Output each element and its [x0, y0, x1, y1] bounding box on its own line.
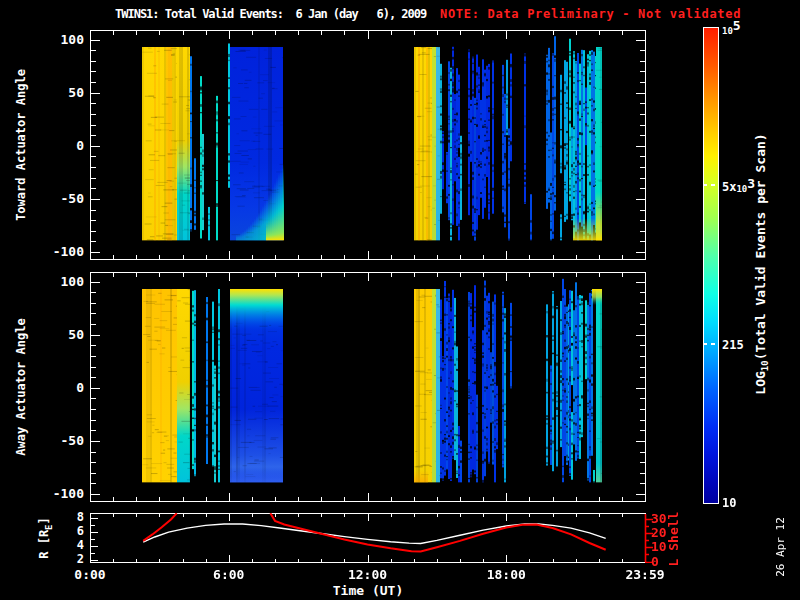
- time-tick-label: 12:00: [333, 568, 403, 581]
- away-y-axis-title: Away Actuator Angle: [15, 318, 27, 455]
- r-tick-label: 2: [58, 553, 84, 565]
- toward-heatmap-canvas: [90, 30, 646, 260]
- r-axis-title: R [RE]: [38, 517, 53, 559]
- r-tick-label: 4: [58, 539, 84, 551]
- colorbar-tick-dash: [703, 343, 717, 345]
- l-shell-tick-label: 10: [651, 540, 667, 553]
- plot-title: TWINS1: Total Valid Events: 6 Jan (day 6…: [115, 8, 426, 20]
- l-shell-tick-label: 20: [651, 526, 667, 539]
- angle-tick-label: 0: [42, 381, 84, 394]
- angle-tick-label: 100: [42, 33, 84, 46]
- time-axis-title: Time (UT): [333, 584, 403, 597]
- angle-tick-label: -100: [42, 487, 84, 500]
- angle-tick-label: 50: [42, 328, 84, 341]
- toward-y-axis-title: Toward Actuator Angle: [15, 69, 27, 221]
- l-shell-tick-label: 0: [651, 555, 659, 568]
- r-tick-label: 6: [58, 525, 84, 537]
- angle-tick-label: 50: [42, 86, 84, 99]
- angle-tick-label: 0: [42, 139, 84, 152]
- plot-window: TWINS1: Total Valid Events: 6 Jan (day 6…: [0, 0, 800, 600]
- away-heatmap-canvas: [90, 272, 646, 502]
- colorbar-tick-label: 10: [722, 496, 736, 509]
- l-shell-axis-title: L Shell: [667, 512, 680, 567]
- orbit-line-canvas: [90, 513, 666, 563]
- colorbar: [703, 27, 719, 504]
- colorbar-tick-dash: [703, 184, 717, 186]
- colorbar-title: LOG10(Total Valid Events per Scan): [754, 133, 771, 394]
- angle-tick-label: -100: [42, 245, 84, 258]
- time-tick-label: 23:59: [610, 568, 680, 581]
- l-shell-tick-label: 30: [651, 512, 667, 525]
- angle-tick-label: -50: [42, 434, 84, 447]
- colorbar-tick-label: 105: [722, 19, 741, 36]
- date-stamp: 26 Apr 12: [775, 517, 786, 577]
- time-tick-label: 6:00: [194, 568, 264, 581]
- preliminary-note: NOTE: Data Preliminary - Not validated: [440, 8, 741, 20]
- colorbar-tick-label: 5x103: [722, 177, 755, 194]
- time-tick-label: 0:00: [55, 568, 125, 581]
- colorbar-tick-label: 215: [722, 337, 744, 350]
- r-tick-label: 8: [58, 511, 84, 523]
- angle-tick-label: -50: [42, 192, 84, 205]
- time-tick-label: 18:00: [471, 568, 541, 581]
- angle-tick-label: 100: [42, 275, 84, 288]
